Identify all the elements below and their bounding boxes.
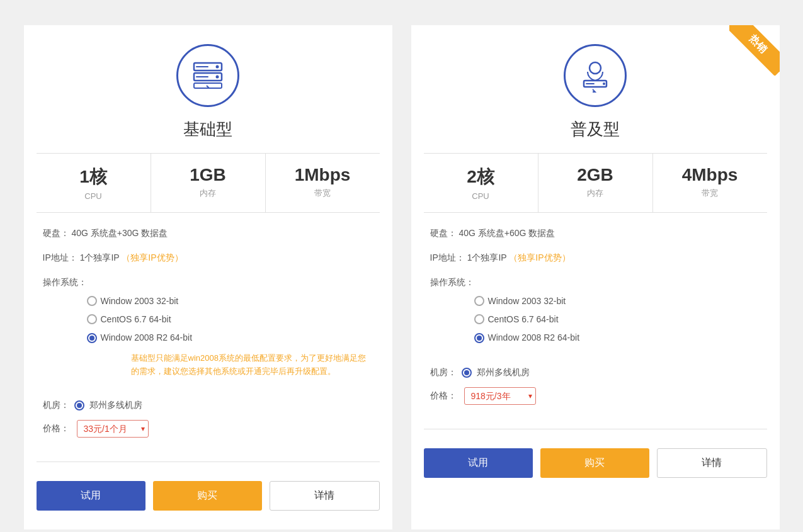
price-label: 价格：: [43, 423, 69, 434]
spec-item: 1核 CPU: [37, 154, 151, 212]
product-icon: [176, 44, 239, 107]
disk-row: 硬盘： 40G 系统盘+60G 数据盘: [430, 225, 761, 241]
spec-label: CPU: [43, 191, 144, 201]
disk-value: 40G 系统盘+30G 数据盘: [71, 228, 168, 238]
divider: [424, 429, 767, 429]
svg-point-7: [589, 62, 601, 74]
os-label: Window 2003 32-bit: [101, 293, 179, 309]
ip-value: 1个独享IP: [80, 252, 120, 263]
datacenter-value: 郑州多线机房: [89, 400, 142, 411]
os-label: Window 2008 R2 64-bit: [101, 330, 193, 346]
ip-row: IP地址： 1个独享IP （独享IP优势）: [43, 250, 373, 266]
os-label: CentOS 6.7 64-bit: [101, 312, 171, 327]
bottom-details: 机房： 郑州多线机房 价格： 918元/3年33元/1个月90元/3个月168元…: [411, 367, 780, 422]
spec-value: 2GB: [545, 165, 646, 185]
os-option[interactable]: Window 2003 32-bit: [87, 293, 373, 309]
radio-button[interactable]: [87, 333, 97, 343]
warning-text: 基础型只能满足win2008系统的最低配置要求，为了更好地满足您的需求，建议您选…: [131, 352, 373, 378]
os-row-label: 操作系统：: [430, 274, 474, 290]
spec-value: 1GB: [157, 165, 259, 185]
ip-label: IP地址：: [43, 252, 77, 263]
spec-label: CPU: [430, 191, 532, 201]
action-buttons: 试用 购买 详情: [411, 442, 780, 497]
ip-link[interactable]: （独享IP优势）: [122, 252, 183, 263]
spec-label: 带宽: [659, 188, 761, 199]
radio-button[interactable]: [474, 333, 484, 343]
spec-value: 1Mbps: [272, 165, 373, 185]
datacenter-row: 机房： 郑州多线机房: [43, 400, 373, 411]
svg-point-4: [216, 76, 219, 79]
disk-value: 40G 系统盘+60G 数据盘: [458, 228, 555, 238]
ip-value: 1个独享IP: [467, 252, 507, 263]
detail-button[interactable]: 详情: [270, 481, 380, 511]
spec-label: 内存: [545, 188, 646, 199]
os-row: 操作系统： Window 2003 32-bit CentOS 6.7 64-b…: [430, 274, 761, 346]
specs-row: 2核 CPU 2GB 内存 4Mbps 带宽: [424, 153, 767, 213]
os-row: 操作系统： Window 2003 32-bit CentOS 6.7 64-b…: [43, 274, 373, 378]
radio-button[interactable]: [474, 296, 484, 306]
os-option[interactable]: CentOS 6.7 64-bit: [474, 312, 761, 327]
price-select[interactable]: 33元/1个月90元/3个月168元/6个月312元/1年: [77, 420, 149, 438]
detail-button[interactable]: 详情: [657, 448, 767, 478]
price-select-wrapper[interactable]: 918元/3年33元/1个月90元/3个月168元/6个月: [464, 387, 536, 405]
os-option[interactable]: Window 2008 R2 64-bit: [87, 330, 373, 346]
spec-label: 带宽: [272, 188, 373, 199]
spec-item: 1Mbps 带宽: [266, 154, 380, 212]
os-options: Window 2003 32-bit CentOS 6.7 64-bit Win…: [87, 293, 373, 378]
buy-button[interactable]: 购买: [153, 481, 262, 511]
action-buttons: 试用 购买 详情: [24, 475, 392, 529]
hot-badge: 热销: [729, 25, 780, 76]
datacenter-value: 郑州多线机房: [477, 367, 530, 378]
os-option[interactable]: Window 2008 R2 64-bit: [474, 330, 761, 346]
card-basic: 基础型 1核 CPU 1GB 内存 1Mbps 带宽 硬盘： 40G 系统盘+3…: [24, 25, 392, 529]
radio-button[interactable]: [87, 314, 97, 324]
disk-label: 硬盘：: [43, 228, 69, 238]
spec-value: 2核: [430, 165, 532, 189]
os-label: Window 2008 R2 64-bit: [488, 330, 580, 346]
os-label: Window 2003 32-bit: [488, 293, 566, 309]
datacenter-label: 机房：: [430, 367, 457, 378]
spec-item: 2GB 内存: [538, 154, 653, 212]
ip-link[interactable]: （独享IP优势）: [509, 252, 570, 263]
spec-item: 4Mbps 带宽: [653, 154, 767, 212]
specs-row: 1核 CPU 1GB 内存 1Mbps 带宽: [37, 153, 380, 213]
ip-row: IP地址： 1个独享IP （独享IP优势）: [430, 250, 761, 266]
card-title: 普及型: [571, 118, 620, 140]
radio-button[interactable]: [87, 296, 97, 306]
datacenter-row: 机房： 郑州多线机房: [430, 367, 761, 378]
trial-button[interactable]: 试用: [424, 448, 533, 478]
trial-button[interactable]: 试用: [37, 481, 145, 511]
os-row-label: 操作系统：: [43, 274, 87, 290]
card-popular: 热销 普及型 2核 CPU 2GB 内存 4Mbps 带宽: [411, 25, 780, 529]
disk-row: 硬盘： 40G 系统盘+30G 数据盘: [43, 225, 373, 241]
spec-value: 1核: [43, 165, 144, 189]
spec-item: 2核 CPU: [424, 154, 538, 212]
svg-point-3: [216, 65, 219, 69]
spec-value: 4Mbps: [659, 165, 761, 185]
buy-button[interactable]: 购买: [540, 448, 649, 478]
datacenter-radio[interactable]: [462, 368, 472, 378]
price-row: 价格： 33元/1个月90元/3个月168元/6个月312元/1年: [43, 420, 373, 438]
disk-label: 硬盘：: [430, 228, 457, 238]
card-header: 普及型: [411, 25, 780, 153]
price-select-wrapper[interactable]: 33元/1个月90元/3个月168元/6个月312元/1年: [77, 420, 149, 438]
price-select[interactable]: 918元/3年33元/1个月90元/3个月168元/6个月: [464, 387, 536, 405]
spec-label: 内存: [157, 188, 259, 199]
spec-item: 1GB 内存: [151, 154, 266, 212]
card-details: 硬盘： 40G 系统盘+60G 数据盘 IP地址： 1个独享IP （独享IP优势…: [411, 213, 780, 367]
ip-label: IP地址：: [430, 252, 465, 263]
os-option[interactable]: CentOS 6.7 64-bit: [87, 312, 373, 327]
datacenter-radio[interactable]: [74, 400, 84, 410]
bottom-details: 机房： 郑州多线机房 价格： 33元/1个月90元/3个月168元/6个月312…: [24, 400, 392, 455]
card-details: 硬盘： 40G 系统盘+30G 数据盘 IP地址： 1个独享IP （独享IP优势…: [24, 213, 392, 400]
price-row: 价格： 918元/3年33元/1个月90元/3个月168元/6个月: [430, 387, 761, 405]
hot-label: 热销: [729, 25, 780, 76]
os-option[interactable]: Window 2003 32-bit: [474, 293, 761, 309]
radio-button[interactable]: [474, 314, 484, 324]
cards-container: 基础型 1核 CPU 1GB 内存 1Mbps 带宽 硬盘： 40G 系统盘+3…: [24, 25, 780, 529]
datacenter-label: 机房：: [43, 400, 69, 411]
svg-point-9: [603, 82, 605, 85]
os-label: CentOS 6.7 64-bit: [488, 312, 559, 327]
divider: [37, 461, 380, 462]
os-options: Window 2003 32-bit CentOS 6.7 64-bit Win…: [474, 293, 761, 346]
